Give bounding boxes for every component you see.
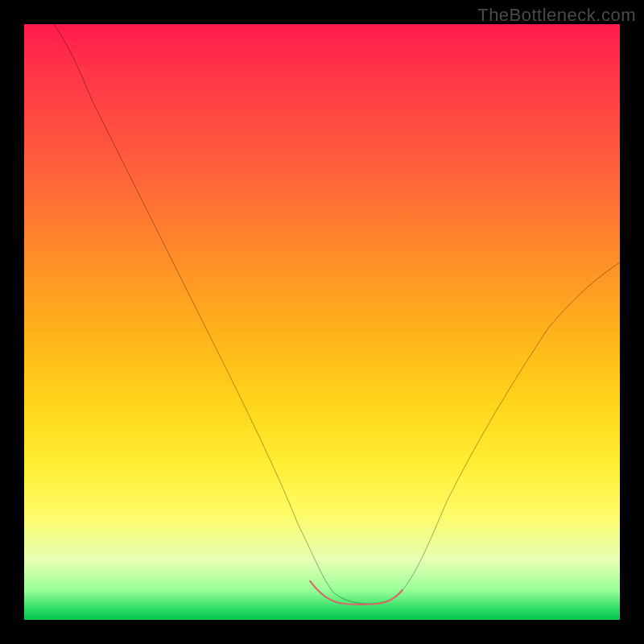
chart-frame: TheBottleneck.com bbox=[0, 0, 644, 644]
optimal-band bbox=[310, 581, 402, 605]
plot-area bbox=[24, 24, 620, 620]
bottleneck-curve bbox=[54, 24, 620, 604]
watermark-text: TheBottleneck.com bbox=[477, 5, 636, 26]
curve-layer bbox=[24, 24, 620, 620]
